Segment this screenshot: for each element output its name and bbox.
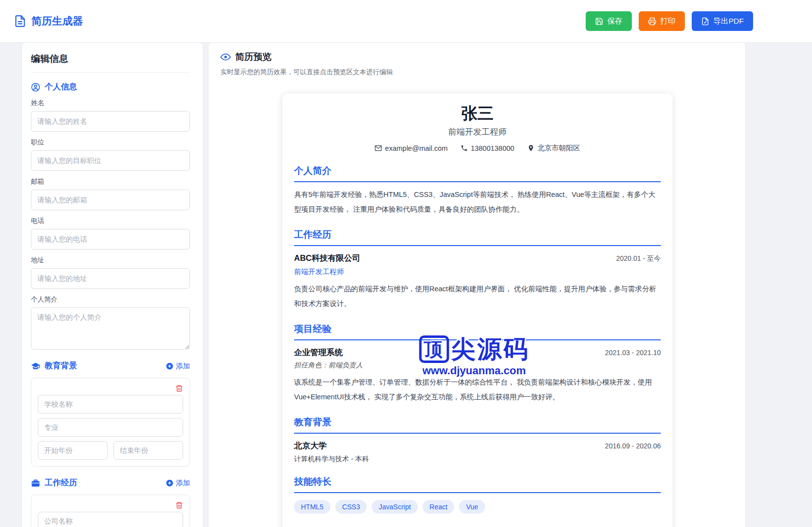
eye-icon <box>220 53 231 61</box>
section-projects: 项目经验 企业管理系统 2021.03 - 2021.10 担任角色：前端负责人… <box>294 323 661 404</box>
app-logo: 简历生成器 <box>14 14 83 28</box>
preview-subtitle: 实时显示您的简历效果，可以直接点击预览区文本进行编辑 <box>220 68 733 77</box>
add-work-label: 添加 <box>176 478 190 488</box>
project-role[interactable]: 担任角色：前端负责人 <box>294 361 661 370</box>
skill-tag[interactable]: Vue <box>459 500 485 514</box>
export-pdf-button-label: 导出PDF <box>713 16 744 27</box>
education-section-title[interactable]: 教育背景 <box>294 416 661 434</box>
address-label: 地址 <box>31 256 190 265</box>
education-period[interactable]: 2016.09 - 2020.06 <box>605 442 661 450</box>
company-input[interactable] <box>38 512 183 527</box>
work-role[interactable]: 前端开发工程师 <box>294 267 661 277</box>
education-entry: 北京大学 2016.09 - 2020.06 计算机科学与技术 - 本科 <box>294 441 661 464</box>
address-input[interactable] <box>31 268 190 289</box>
email-label: 邮箱 <box>31 177 190 186</box>
skill-tag-row: HTML5 CSS3 JavaScript React Vue <box>294 500 661 514</box>
contact-phone[interactable]: 13800138000 <box>460 143 514 153</box>
delete-education-button[interactable] <box>175 384 183 392</box>
phone-icon <box>460 144 468 152</box>
end-year-input[interactable] <box>113 441 183 460</box>
resume-name[interactable]: 张三 <box>294 103 661 124</box>
personal-info-section-title: 个人信息 <box>45 82 77 92</box>
contact-address[interactable]: 北京市朝阳区 <box>527 143 580 153</box>
work-section-title[interactable]: 工作经历 <box>294 228 661 246</box>
education-section-header: 教育背景 <box>31 361 77 371</box>
position-input[interactable] <box>31 150 190 171</box>
preview-panel: 简历预览 实时显示您的简历效果，可以直接点击预览区文本进行编辑 张三 前端开发工… <box>209 43 745 527</box>
app-title: 简历生成器 <box>31 14 83 28</box>
email-input[interactable] <box>31 190 190 210</box>
name-input[interactable] <box>31 111 190 132</box>
skills-section-title[interactable]: 技能特长 <box>294 475 661 493</box>
work-section-header: 工作经历 <box>31 477 77 488</box>
graduation-cap-icon <box>31 361 40 371</box>
skill-tag[interactable]: HTML5 <box>294 500 330 514</box>
trash-icon <box>175 503 183 511</box>
profile-text[interactable]: 具有5年前端开发经验，熟悉HTML5、CSS3、JavaScript等前端技术，… <box>294 187 661 217</box>
user-icon <box>31 83 40 92</box>
company-name[interactable]: ABC科技有限公司 <box>294 253 360 264</box>
save-button[interactable]: 保存 <box>586 11 632 31</box>
position-label: 职位 <box>31 138 190 147</box>
resume-card: 张三 前端开发工程师 example@mail.com 13800138000 … <box>282 93 673 527</box>
plus-circle-icon <box>166 479 173 487</box>
add-education-label: 添加 <box>176 361 190 371</box>
plus-circle-icon <box>166 362 173 370</box>
delete-work-button[interactable] <box>175 501 183 509</box>
add-work-button[interactable]: 添加 <box>166 478 190 488</box>
save-button-label: 保存 <box>607 16 623 27</box>
work-item-card <box>31 495 190 527</box>
project-period[interactable]: 2021.03 - 2021.10 <box>605 349 661 357</box>
name-label: 姓名 <box>31 99 190 108</box>
phone-label: 电话 <box>31 217 190 225</box>
section-work: 工作经历 ABC科技有限公司 2020.01 - 至今 前端开发工程师 负责公司… <box>294 228 661 311</box>
preview-title: 简历预览 <box>235 51 271 63</box>
education-detail[interactable]: 计算机科学与技术 - 本科 <box>294 455 661 464</box>
school-name[interactable]: 北京大学 <box>294 441 326 451</box>
skill-tag[interactable]: React <box>423 500 455 514</box>
location-pin-icon <box>527 144 535 152</box>
education-item-card <box>31 378 190 467</box>
skill-tag[interactable]: JavaScript <box>372 500 417 514</box>
contact-row: example@mail.com 13800138000 北京市朝阳区 <box>294 143 661 153</box>
education-section-title: 教育背景 <box>45 361 77 371</box>
contact-email[interactable]: example@mail.com <box>375 143 448 153</box>
document-icon <box>14 15 27 28</box>
intro-textarea[interactable] <box>31 307 190 350</box>
start-year-input[interactable] <box>38 441 108 460</box>
editor-panel: 编辑信息 个人信息 姓名 职位 邮箱 电话 地址 个人简介 教育背景 添加 <box>22 43 203 527</box>
phone-input[interactable] <box>31 229 190 250</box>
trash-icon <box>175 387 183 394</box>
projects-section-title[interactable]: 项目经验 <box>294 323 661 340</box>
print-button-label: 打印 <box>660 16 676 27</box>
project-entry: 企业管理系统 2021.03 - 2021.10 担任角色：前端负责人 该系统是… <box>294 347 661 404</box>
work-period[interactable]: 2020.01 - 至今 <box>616 254 661 263</box>
briefcase-icon <box>31 478 40 488</box>
intro-label: 个人简介 <box>31 295 190 304</box>
skill-tag[interactable]: CSS3 <box>335 500 367 514</box>
export-pdf-button[interactable]: 导出PDF <box>692 11 753 31</box>
save-icon <box>595 17 603 26</box>
envelope-icon <box>375 144 382 152</box>
major-input[interactable] <box>38 418 183 437</box>
work-section-title: 工作经历 <box>45 477 77 488</box>
section-profile: 个人简介 具有5年前端开发经验，熟悉HTML5、CSS3、JavaScript等… <box>294 165 661 217</box>
personal-info-section-header: 个人信息 <box>31 82 77 92</box>
resume-job-title[interactable]: 前端开发工程师 <box>294 126 661 138</box>
header-actions: 保存 打印 导出PDF <box>586 11 753 31</box>
work-description[interactable]: 负责公司核心产品的前端开发与维护，使用React框架构建用户界面， 优化前端性能… <box>294 281 661 311</box>
section-education: 教育背景 北京大学 2016.09 - 2020.06 计算机科学与技术 - 本… <box>294 416 661 464</box>
project-description[interactable]: 该系统是一个集客户管理、订单管理、数据分析于一体的综合性平台， 我负责前端架构设… <box>294 375 661 404</box>
profile-section-title[interactable]: 个人简介 <box>294 165 661 182</box>
section-skills: 技能特长 HTML5 CSS3 JavaScript React Vue <box>294 475 661 514</box>
school-input[interactable] <box>38 395 183 414</box>
pdf-file-icon <box>701 17 709 26</box>
print-button[interactable]: 打印 <box>639 11 685 31</box>
editor-title: 编辑信息 <box>31 53 190 73</box>
app-header: 简历生成器 保存 打印 导出PDF <box>0 0 812 43</box>
printer-icon <box>648 17 656 26</box>
add-education-button[interactable]: 添加 <box>166 361 190 371</box>
work-entry: ABC科技有限公司 2020.01 - 至今 前端开发工程师 负责公司核心产品的… <box>294 253 661 311</box>
project-name[interactable]: 企业管理系统 <box>294 347 343 358</box>
